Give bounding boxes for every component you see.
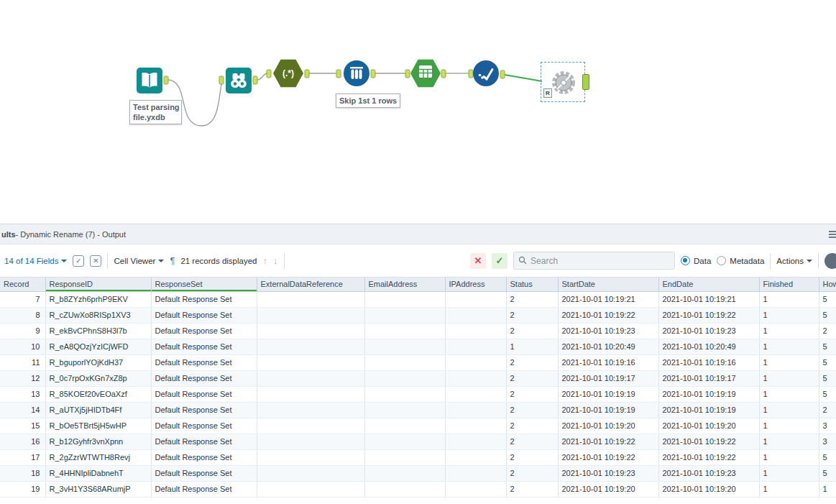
input-anchor[interactable] bbox=[336, 70, 341, 78]
profile-icon[interactable] bbox=[824, 253, 836, 269]
table-row[interactable]: 11R_bguporlYOjKdH37Default Response Set2… bbox=[0, 354, 836, 370]
cell[interactable] bbox=[445, 354, 506, 370]
cell[interactable]: 2021-10-01 10:19:17 bbox=[558, 370, 658, 386]
cell[interactable]: 11 bbox=[0, 354, 45, 370]
cell[interactable]: Default Response Set bbox=[151, 434, 257, 449]
cell[interactable] bbox=[257, 370, 364, 386]
column-header-status[interactable]: Status bbox=[506, 278, 558, 291]
cell[interactable]: 8 bbox=[0, 307, 45, 323]
errors-filter-icon[interactable]: ✕ bbox=[470, 253, 486, 269]
tool-dynamic-rename[interactable] bbox=[549, 68, 578, 97]
cell[interactable] bbox=[257, 323, 364, 339]
actions-dropdown[interactable]: Actions bbox=[776, 257, 812, 265]
input-anchor[interactable] bbox=[267, 70, 271, 78]
connection-wire[interactable] bbox=[257, 73, 267, 80]
cell[interactable]: 12 bbox=[0, 370, 45, 386]
cell[interactable]: 15 bbox=[0, 418, 45, 434]
column-header-responseid[interactable]: ResponseID bbox=[45, 278, 151, 291]
cell[interactable] bbox=[257, 402, 364, 418]
column-header-externaldatareference[interactable]: ExternalDataReference bbox=[257, 278, 364, 291]
cell[interactable]: 1 bbox=[759, 354, 819, 370]
cell[interactable]: 18 bbox=[0, 465, 45, 481]
cell[interactable]: Default Response Set bbox=[151, 418, 257, 434]
tool-annotation-input[interactable]: Test parsing file.yxdb bbox=[129, 100, 182, 124]
cell[interactable]: R_bguporlYOjKdH37 bbox=[45, 354, 151, 370]
selected-connection-wire[interactable] bbox=[505, 75, 542, 81]
cell[interactable] bbox=[364, 323, 445, 339]
success-filter-icon[interactable]: ✓ bbox=[492, 253, 507, 269]
cell[interactable] bbox=[445, 339, 506, 354]
cell[interactable]: 2 bbox=[506, 465, 558, 481]
cell[interactable]: 1 bbox=[506, 339, 558, 354]
cell[interactable] bbox=[364, 354, 445, 370]
select-all-fields-icon[interactable]: ✓ bbox=[73, 255, 84, 267]
cell[interactable]: 1 bbox=[759, 465, 819, 481]
table-row[interactable]: 14R_aUTXj5jHIDTb4FfDefault Response Set2… bbox=[0, 402, 836, 418]
table-row[interactable]: 17R_2gZzrWTWTH8RevjDefault Response Set2… bbox=[0, 449, 836, 465]
cell[interactable]: R_2gZzrWTWTH8Revj bbox=[45, 449, 151, 465]
cell[interactable]: 2 bbox=[506, 481, 558, 497]
cell[interactable]: 2021-10-01 10:19:19 bbox=[658, 386, 759, 402]
cell[interactable]: 7 bbox=[0, 291, 45, 307]
column-header-responseset[interactable]: ResponseSet bbox=[151, 278, 257, 291]
output-anchor[interactable] bbox=[500, 70, 505, 78]
cell[interactable]: 5 bbox=[819, 291, 836, 307]
cell[interactable] bbox=[445, 323, 506, 339]
arrow-up-icon[interactable]: ↑ bbox=[263, 255, 268, 266]
cell[interactable]: 2021-10-01 10:19:23 bbox=[658, 465, 759, 481]
cell[interactable]: 2021-10-01 10:19:16 bbox=[558, 354, 658, 370]
cell[interactable]: 2021-10-01 10:19:23 bbox=[658, 323, 759, 339]
metadata-radio[interactable]: Metadata bbox=[717, 256, 764, 265]
cell[interactable]: 1 bbox=[759, 402, 819, 418]
cell[interactable]: Default Response Set bbox=[151, 386, 257, 402]
cell[interactable]: R_4HHNIpliDabnehT bbox=[45, 465, 151, 481]
cell[interactable] bbox=[445, 402, 506, 418]
cell[interactable]: 5 bbox=[819, 386, 836, 402]
pilcrow-icon[interactable]: ¶ bbox=[170, 255, 175, 266]
cell[interactable] bbox=[257, 465, 364, 481]
cell[interactable]: 1 bbox=[759, 307, 819, 323]
cell-viewer-dropdown[interactable]: Cell Viewer bbox=[114, 257, 164, 265]
cell[interactable] bbox=[257, 386, 364, 402]
cell[interactable]: 5 bbox=[819, 449, 836, 465]
cell[interactable]: 2021-10-01 10:19:22 bbox=[558, 449, 658, 465]
column-header-emailaddress[interactable]: EmailAddress bbox=[364, 278, 445, 291]
cell[interactable]: 2021-10-01 10:19:20 bbox=[658, 481, 759, 497]
cell[interactable]: 2 bbox=[506, 449, 558, 465]
cell[interactable] bbox=[257, 449, 364, 465]
table-row[interactable]: 13R_85KOEf20vEOaXzfDefault Response Set2… bbox=[0, 386, 836, 402]
cell[interactable]: 2021-10-01 10:19:19 bbox=[658, 402, 759, 418]
cell[interactable]: R_cZUwXo8RISp1XV3 bbox=[45, 307, 151, 323]
cell[interactable]: 2 bbox=[506, 434, 558, 449]
cell[interactable]: R_aUTXj5jHIDTb4Ff bbox=[45, 402, 151, 418]
cell[interactable]: 1 bbox=[759, 481, 819, 497]
cell[interactable] bbox=[257, 291, 364, 307]
cell[interactable] bbox=[257, 434, 364, 449]
cell[interactable]: 2 bbox=[506, 418, 558, 434]
output-anchor[interactable] bbox=[305, 70, 309, 78]
tool-check-circle[interactable] bbox=[473, 60, 499, 86]
cell[interactable]: Default Response Set bbox=[151, 402, 257, 418]
cell[interactable]: 16 bbox=[0, 434, 45, 449]
cell[interactable]: 5 bbox=[819, 370, 836, 386]
cell[interactable]: 2021-10-01 10:19:22 bbox=[558, 434, 658, 449]
cell[interactable] bbox=[257, 354, 364, 370]
output-anchor[interactable] bbox=[164, 76, 168, 84]
cell[interactable] bbox=[364, 386, 445, 402]
cell[interactable]: 3 bbox=[819, 434, 836, 449]
cell[interactable]: 2021-10-01 10:19:19 bbox=[558, 386, 658, 402]
cell[interactable]: 5 bbox=[819, 354, 836, 370]
search-box[interactable] bbox=[513, 252, 675, 270]
cell[interactable]: Default Response Set bbox=[151, 354, 257, 370]
cell[interactable]: R_0c7rpOxKGn7xZ8p bbox=[45, 370, 151, 386]
cell[interactable]: 5 bbox=[819, 465, 836, 481]
cell[interactable] bbox=[445, 449, 506, 465]
cell[interactable]: R_3vH1Y3S68ARumjP bbox=[45, 481, 151, 497]
cell[interactable]: R_b12Gyhfr3vnXpnn bbox=[45, 434, 151, 449]
table-row[interactable]: 8R_cZUwXo8RISp1XV3Default Response Set22… bbox=[0, 307, 836, 323]
cell[interactable]: 2 bbox=[506, 307, 558, 323]
cell[interactable] bbox=[364, 434, 445, 449]
cell[interactable]: 3 bbox=[819, 418, 836, 434]
cell[interactable] bbox=[445, 291, 506, 307]
cell[interactable] bbox=[364, 339, 445, 354]
